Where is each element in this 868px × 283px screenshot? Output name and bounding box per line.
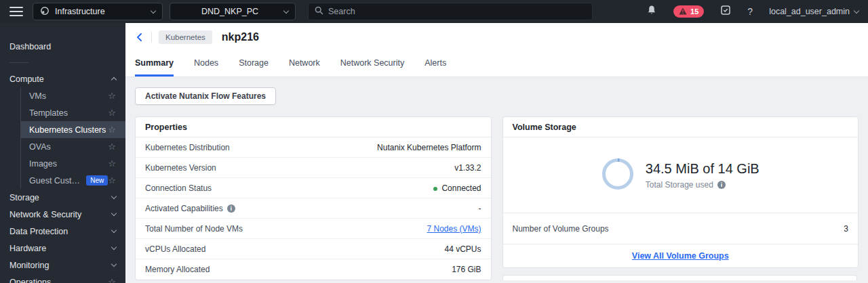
sidebar-section-data-protection[interactable]: Data Protection [0, 223, 125, 240]
view-all-volume-groups-link[interactable]: View All Volume Groups [632, 251, 729, 261]
breadcrumb[interactable]: Kubernetes [159, 30, 212, 44]
info-icon[interactable]: i [717, 181, 726, 189]
user-menu[interactable]: local_ad_user_admin [769, 7, 859, 16]
property-label: Kubernetes Distribution [145, 143, 230, 152]
main-content: Kubernetes nkp216 Summary Nodes Storage … [125, 23, 868, 283]
node-vms-link[interactable]: 7 Nodes (VMs) [427, 224, 481, 234]
sidebar-item-label: Dashboard [9, 42, 51, 51]
table-row: Memory Allocated 176 GiB [136, 259, 491, 280]
sidebar-item-label: Images [29, 159, 57, 169]
hamburger-menu-icon[interactable] [9, 7, 23, 16]
infrastructure-icon [40, 6, 50, 18]
table-row: Kubernetes Version v1.33.2 [136, 158, 491, 178]
tab-network[interactable]: Network [289, 52, 320, 77]
star-icon[interactable]: ☆ [108, 159, 116, 168]
volume-storage-card-title: Volume Storage [503, 117, 859, 137]
tab-storage[interactable]: Storage [239, 52, 269, 77]
chevron-down-icon [151, 7, 156, 13]
sidebar-item-label: Kubernetes Clusters [29, 125, 106, 135]
search-icon [315, 5, 323, 18]
star-icon[interactable]: ☆ [108, 176, 116, 185]
global-search[interactable] [308, 3, 593, 20]
sidebar-section-network-security[interactable]: Network & Security [0, 206, 125, 223]
property-label: Total Number of Node VMs [145, 224, 243, 234]
sidebar-item-label: Templates [29, 108, 68, 118]
tab-alerts[interactable]: Alerts [425, 52, 446, 77]
table-row: Activated Capabilitiesi - [136, 198, 491, 219]
star-icon[interactable]: ☆ [108, 142, 116, 151]
sidebar-item-dashboard[interactable]: Dashboard [0, 38, 125, 55]
sidebar-section-hardware[interactable]: Hardware [0, 240, 125, 257]
back-button[interactable] [135, 32, 144, 43]
property-value: v1.33.2 [454, 163, 481, 173]
info-icon[interactable]: i [227, 204, 235, 213]
sidebar-section-label: Network & Security [9, 210, 81, 219]
status-dot-icon [433, 187, 437, 191]
properties-card-title: Properties [136, 117, 491, 137]
sidebar-section-compute[interactable]: Compute [0, 70, 125, 87]
activate-flow-button[interactable]: Activate Nutanix Flow Features [135, 87, 276, 105]
search-input[interactable] [328, 7, 586, 16]
sidebar-item-label: VMs [29, 91, 46, 101]
property-label: Connection Status [145, 183, 212, 193]
property-label: vCPUs Allocated [145, 244, 205, 254]
sidebar-section-monitoring[interactable]: Monitoring [0, 257, 125, 274]
sidebar-section-label: Storage [9, 193, 39, 202]
cluster-selector-label: DND_NKP_PC [201, 7, 284, 16]
next-widget-card-edge [502, 275, 857, 280]
sidebar-section-operations[interactable]: Operations ☆ [0, 274, 125, 283]
table-row: vCPUs Allocated 44 vCPUs [136, 239, 491, 259]
property-value: Nutanix Kubernetes Platform [377, 143, 481, 152]
sidebar-divider [9, 62, 28, 63]
table-row: Kubernetes Distribution Nutanix Kubernet… [136, 137, 491, 158]
property-value: 176 GiB [452, 265, 481, 274]
cluster-selector-dropdown[interactable]: DND_NKP_PC [170, 3, 296, 20]
property-label: Memory Allocated [145, 265, 210, 274]
tab-nodes[interactable]: Nodes [194, 52, 218, 77]
sidebar-item-guest-customization[interactable]: Guest Customiz... New ☆ [21, 172, 125, 189]
star-icon[interactable]: ☆ [108, 108, 116, 117]
sidebar-item-kubernetes-clusters[interactable]: Kubernetes Clusters ☆ [21, 121, 125, 138]
star-icon[interactable]: ☆ [108, 125, 116, 134]
sidebar-item-templates[interactable]: Templates ☆ [21, 104, 125, 121]
status-badge: Connected [441, 183, 481, 193]
volume-groups-count: 3 [844, 224, 848, 234]
connection-status: Connected [433, 183, 481, 193]
sidebar-section-label: Data Protection [9, 227, 68, 236]
storage-usage-caption: Total Storage used [646, 180, 713, 190]
sidebar-item-label: Guest Customiz... [29, 176, 82, 186]
chevron-down-icon [111, 211, 117, 216]
chevron-down-icon [111, 261, 117, 267]
chevron-down-icon [283, 7, 289, 13]
alerts-badge[interactable]: 15 [673, 5, 704, 18]
star-icon: ☆ [108, 278, 116, 283]
property-label: Activated Capabilities [145, 204, 223, 213]
top-bar: Infrastructure DND_NKP_PC 15 ? local_ad_… [0, 0, 868, 23]
help-icon[interactable]: ? [747, 6, 753, 17]
storage-usage-value: 34.5 MiB of 14 GiB [646, 161, 760, 177]
alert-count: 15 [690, 7, 698, 16]
storage-usage-summary: 34.5 MiB of 14 GiB Total Storage usedi [503, 137, 859, 213]
compute-subitems: VMs ☆ Templates ☆ Kubernetes Clusters ☆ … [20, 87, 125, 189]
property-label: Kubernetes Version [145, 163, 216, 173]
volume-storage-card: Volume Storage 34.5 MiB of 14 GiB Total … [502, 116, 859, 268]
star-icon[interactable]: ☆ [108, 91, 116, 100]
summary-content: Activate Nutanix Flow Features Propertie… [125, 77, 868, 280]
notifications-bell-icon[interactable] [646, 5, 657, 18]
app-switcher-dropdown[interactable]: Infrastructure [33, 3, 163, 20]
tab-summary[interactable]: Summary [135, 52, 174, 77]
tab-network-security[interactable]: Network Security [340, 52, 404, 77]
properties-card: Properties Kubernetes Distribution Nutan… [135, 116, 492, 280]
chevron-down-icon [854, 7, 859, 13]
page-title: nkp216 [222, 31, 259, 43]
sidebar-section-storage[interactable]: Storage [0, 189, 125, 206]
sidebar-section-label: Monitoring [9, 261, 49, 270]
page-header: Kubernetes nkp216 Summary Nodes Storage … [125, 23, 868, 77]
sidebar-item-vms[interactable]: VMs ☆ [21, 87, 125, 104]
sidebar-section-label: Hardware [9, 244, 46, 253]
chevron-down-icon [111, 227, 117, 233]
tab-bar: Summary Nodes Storage Network Network Se… [135, 52, 446, 77]
tasks-icon[interactable] [720, 5, 731, 18]
sidebar-item-ovas[interactable]: OVAs ☆ [21, 138, 125, 155]
sidebar-item-images[interactable]: Images ☆ [21, 155, 125, 172]
